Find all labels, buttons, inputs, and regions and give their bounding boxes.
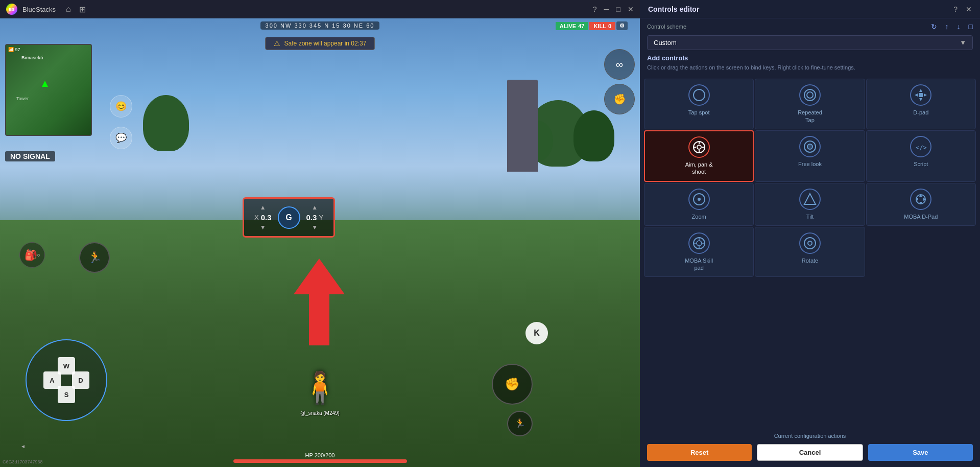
- svg-text:</>: </>: [916, 144, 927, 151]
- y-decrease[interactable]: ▼: [312, 224, 318, 231]
- scheme-dropdown[interactable]: Custom ▼: [647, 35, 973, 50]
- minimize-button[interactable]: ─: [604, 5, 609, 13]
- nav-icons: ⌂ ⊞: [66, 5, 86, 14]
- dpad-right[interactable]: D: [72, 371, 89, 389]
- emoji-button[interactable]: 😊: [110, 95, 132, 118]
- titlebar: BS BlueStacks ⌂ ⊞ ? ─ □ ✕: [0, 0, 640, 18]
- svg-point-31: [804, 238, 816, 249]
- cancel-button[interactable]: Cancel: [757, 444, 863, 461]
- ctrl-aim-pan-shoot[interactable]: Aim, pan &shoot: [644, 130, 754, 182]
- import-scheme-icon[interactable]: ↑: [945, 22, 949, 31]
- dpad-left[interactable]: A: [43, 371, 61, 389]
- ctrl-moba-dpad[interactable]: MOBA D-Pad: [866, 183, 976, 226]
- tilt-label: Tilt: [806, 213, 814, 220]
- ctrl-moba-skill[interactable]: MOBA Skillpad: [644, 227, 754, 277]
- rotate-icon: [799, 232, 821, 254]
- skill-icon[interactable]: 🏃: [507, 411, 533, 436]
- aim-pan-shoot-icon: [688, 136, 710, 158]
- maximize-button[interactable]: □: [616, 5, 620, 13]
- ctrl-repeated-tap[interactable]: RepeatedTap: [755, 79, 865, 129]
- dpad: W S A D: [26, 339, 107, 421]
- ctrl-tilt[interactable]: Tilt: [755, 183, 865, 226]
- settings-hud-icon[interactable]: ⚙: [616, 21, 628, 30]
- aim-pan-shoot-label: Aim, pan &shoot: [685, 161, 713, 176]
- ctrl-rotate[interactable]: Rotate: [755, 227, 865, 277]
- no-signal-label: NO SIGNAL: [5, 151, 55, 161]
- tilt-icon: [799, 189, 821, 210]
- x-increase[interactable]: ▲: [260, 204, 266, 211]
- controls-editor-panel: Controls editor ? ✕ Control scheme ↻ ↑ ↓…: [640, 0, 980, 467]
- zoom-icon: [688, 189, 710, 210]
- tap-spot-icon: [688, 84, 710, 106]
- close-button[interactable]: ✕: [628, 5, 634, 13]
- hp-fill: [233, 459, 407, 463]
- svg-marker-6: [924, 94, 927, 97]
- y-label: Y: [319, 214, 323, 221]
- game-area: 300 NW 330 345 N 15 30 NE 60 ALIVE 47 KI…: [0, 18, 640, 467]
- svg-point-0: [694, 89, 705, 101]
- left-icons: 😊 💬: [110, 95, 132, 149]
- compass-text: 300 NW 330 345 N 15 30 NE 60: [266, 22, 375, 29]
- chevron-down-icon: ▼: [960, 39, 966, 46]
- refresh-scheme-icon[interactable]: ↻: [931, 22, 937, 31]
- x-decrease[interactable]: ▼: [260, 224, 266, 231]
- hp-bar: [233, 459, 407, 463]
- ctrl-free-look[interactable]: Free look: [755, 130, 865, 182]
- bluestacks-logo: BS: [6, 4, 17, 15]
- hud-top: 300 NW 330 345 N 15 30 NE 60: [0, 21, 640, 30]
- reset-button[interactable]: Reset: [647, 444, 752, 461]
- arrow-head: [294, 259, 345, 294]
- alive-value: 47: [578, 23, 584, 29]
- alive-stat: ALIVE 47: [556, 22, 589, 30]
- action-buttons-row: Reset Cancel Save: [640, 441, 980, 467]
- add-controls-desc: Click or drag the actions on the screen …: [647, 64, 973, 72]
- y-value: 0.3: [306, 213, 317, 222]
- home-icon[interactable]: ⌂: [66, 5, 71, 14]
- y-increase[interactable]: ▲: [312, 204, 318, 211]
- arrow-body: [309, 294, 329, 345]
- ctrl-tap-spot[interactable]: Tap spot: [644, 79, 754, 129]
- export-scheme-icon[interactable]: ↓: [957, 22, 961, 31]
- repeated-tap-icon: [799, 84, 821, 106]
- controls-grid: Tap spot RepeatedTap: [640, 75, 980, 279]
- k-button[interactable]: K: [525, 322, 548, 344]
- help-button[interactable]: ?: [593, 5, 597, 13]
- moba-dpad-label: MOBA D-Pad: [904, 213, 938, 220]
- svg-point-26: [697, 241, 702, 246]
- bag-icon[interactable]: 🎒0: [19, 242, 45, 268]
- warning-icon: ⚠: [274, 39, 280, 48]
- punch-button[interactable]: ✊: [492, 364, 533, 405]
- hp-label: HP 200/200: [233, 452, 407, 458]
- svg-point-18: [698, 198, 701, 201]
- player-character: 🧍 @_snaka (M249): [301, 369, 339, 406]
- running-player-icon[interactable]: 🏃: [79, 242, 110, 273]
- corner-triangle: ◄: [20, 443, 26, 449]
- save-button[interactable]: Save: [868, 444, 973, 461]
- minimap-location: Bimasekti: [21, 55, 43, 60]
- infinity-icon[interactable]: ∞: [604, 49, 635, 80]
- sprint-button[interactable]: 🏃: [79, 242, 110, 273]
- player-id: C6G3d1703747968: [3, 459, 43, 464]
- svg-marker-5: [915, 94, 918, 97]
- save-scheme-icon[interactable]: □: [969, 22, 973, 31]
- ctrl-script[interactable]: </> Script: [866, 130, 976, 182]
- ctrl-dpad[interactable]: D-pad: [866, 79, 976, 129]
- right-actions: ✊ 🏃: [492, 364, 533, 436]
- red-arrow-indicator: [294, 259, 345, 345]
- grid-icon[interactable]: ⊞: [79, 5, 86, 14]
- minimap: Bimasekti Tower 📶 97: [5, 44, 92, 136]
- svg-rect-7: [919, 93, 923, 97]
- chat-button[interactable]: 💬: [110, 127, 132, 149]
- fist-icon[interactable]: ✊: [604, 84, 635, 114]
- script-icon: </>: [910, 136, 931, 157]
- panel-close-icon[interactable]: ✕: [966, 5, 972, 13]
- panel-title: Controls editor: [648, 5, 948, 13]
- rotate-label: Rotate: [802, 257, 818, 264]
- ctrl-zoom[interactable]: Zoom: [644, 183, 754, 226]
- x-axis-control: ▲ X 0.3 ▼: [254, 204, 272, 231]
- panel-help-icon[interactable]: ?: [953, 5, 958, 13]
- tap-spot-label: Tap spot: [688, 109, 710, 116]
- y-axis-control: ▲ 0.3 Y ▼: [306, 204, 324, 231]
- scheme-value: Custom: [654, 39, 677, 46]
- compass: 300 NW 330 345 N 15 30 NE 60: [260, 21, 380, 30]
